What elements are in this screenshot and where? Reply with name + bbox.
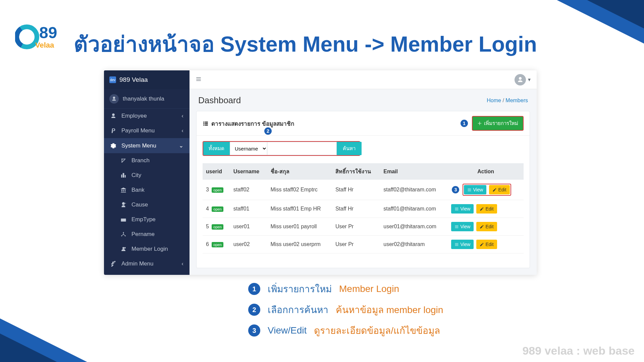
paypal-icon <box>110 128 117 134</box>
legend-row-1: 1 เพิ่มรายการใหม่ Member Login <box>248 282 443 296</box>
breadcrumb-home[interactable]: Home <box>487 98 501 103</box>
topbar-user-menu[interactable]: ▾ <box>515 74 531 85</box>
cell-username: staff02 <box>230 180 267 200</box>
cell-action: ViewEdit <box>448 236 524 253</box>
table-row: 3 openstaff02Miss staff02 EmptrcStaff Hr… <box>203 180 524 200</box>
sidebar-user-name: thanyalak thunla <box>123 96 164 102</box>
cell-username: staff01 <box>230 200 267 218</box>
legend-row-2: 2 เลือกการค้นหา ค้นหาข้อมูล member login <box>248 302 443 317</box>
members-table: userid Username ชื่อ-สกุล สิทธิ์การใช้งา… <box>203 163 524 253</box>
sidebar-item-cause[interactable]: Cause <box>104 197 190 212</box>
edit-button[interactable]: Edit <box>476 204 497 214</box>
pencil-icon <box>480 225 484 229</box>
city-icon <box>120 172 127 178</box>
page-title: Dashboard <box>198 95 241 106</box>
legend: 1 เพิ่มรายการใหม่ Member Login 2 เลือกกา… <box>248 282 443 338</box>
callout-badge-2: 2 <box>264 127 272 135</box>
main-area: ▾ Dashboard Home / Members ตารางแสดงรายก… <box>190 70 537 275</box>
edit-button[interactable]: Edit <box>489 185 509 194</box>
sidebar-item-label: Payroll Menu <box>121 127 155 134</box>
slide-title: ตัวอย่างหน้าจอ System Menu -> Member Log… <box>74 27 537 61</box>
hamburger-icon[interactable] <box>196 76 202 83</box>
search-all-button[interactable]: ทั้งหมด <box>203 142 230 155</box>
cell-fullname: Miss user01 payroll <box>267 218 332 236</box>
pername-icon <box>120 231 127 237</box>
status-badge: open <box>212 242 223 247</box>
sidebar-item-label: EmpType <box>131 216 156 223</box>
sidebar-brand[interactable]: dev 989 Velaa <box>104 70 190 89</box>
search-field-select[interactable]: Username <box>230 142 267 155</box>
callout-badge-3: 3 <box>451 185 460 194</box>
table-row: 6 openuser02Miss user02 userprmUser Prus… <box>203 236 524 253</box>
sidebar-item-payroll[interactable]: Payroll Menu ‹ <box>104 123 190 138</box>
edit-button[interactable]: Edit <box>476 222 497 231</box>
svg-point-7 <box>123 232 124 233</box>
user-avatar-icon <box>109 94 119 104</box>
member-login-icon <box>120 246 127 252</box>
sidebar-item-admin-menu[interactable]: Admin Menu ‹ <box>104 256 190 271</box>
cell-role: User Pr <box>332 218 380 236</box>
status-badge: open <box>212 224 223 230</box>
sidebar-item-emptype[interactable]: EmpType <box>104 212 190 227</box>
cell-userid: 6 open <box>203 236 230 253</box>
sidebar-item-member-login[interactable]: Member Login <box>104 242 190 256</box>
sidebar-item-branch[interactable]: Branch <box>104 153 190 168</box>
sidebar-item-label: Admin Menu <box>121 260 153 267</box>
status-badge: open <box>212 206 223 212</box>
col-fullname: ชื่อ-สกุล <box>267 163 332 180</box>
col-email: Email <box>380 163 448 180</box>
breadcrumb-current[interactable]: Members <box>505 98 528 103</box>
search-input[interactable] <box>267 142 337 155</box>
legend-text-3a: View/Edit <box>268 325 307 336</box>
cell-fullname: Miss staff02 Emptrc <box>267 180 332 200</box>
sidebar-item-bank[interactable]: Bank <box>104 183 190 197</box>
sidebar-item-label: Cause <box>131 201 148 208</box>
cell-email: user01@thitaram.com <box>380 218 448 236</box>
watermark: 989 velaa : web base <box>522 344 635 357</box>
decor-corner-tr-inner <box>587 0 644 28</box>
list-icon <box>454 242 459 247</box>
sidebar-item-city[interactable]: City <box>104 168 190 183</box>
cell-role: Staff Hr <box>332 200 380 218</box>
chevron-down-icon: ⌄ <box>179 142 183 149</box>
sidebar-item-system-menu[interactable]: System Menu ⌄ <box>104 138 190 153</box>
cell-role: User Pr <box>332 236 380 253</box>
cell-action: 3ViewEdit <box>448 180 524 200</box>
sidebar-item-pername[interactable]: Pername <box>104 227 190 242</box>
bank-icon <box>120 187 127 193</box>
sidebar-item-employee[interactable]: Employee ‹ <box>104 109 190 123</box>
sidebar-item-label: Employee <box>121 113 147 119</box>
col-username: Username <box>230 163 267 180</box>
col-role: สิทธิ์การใช้งาน <box>332 163 380 180</box>
cell-action: ViewEdit <box>448 218 524 236</box>
card-title-text: ตารางแสดงรายการ ข้อมูลสมาชิก <box>211 119 294 128</box>
decor-corner-bl-inner <box>0 334 57 362</box>
members-card: ตารางแสดงรายการ ข้อมูลสมาชิก 2 1 เพิ่มรา… <box>196 111 530 268</box>
view-button[interactable]: View <box>451 222 474 231</box>
edit-button[interactable]: Edit <box>476 240 497 249</box>
sidebar-user[interactable]: thanyalak thunla <box>104 89 190 109</box>
sidebar-item-label: System Menu <box>121 142 156 149</box>
sidebar-item-label: City <box>131 172 141 179</box>
card-header: ตารางแสดงรายการ ข้อมูลสมาชิก 2 1 เพิ่มรา… <box>197 111 530 136</box>
search-go-button[interactable]: ค้นหา <box>337 142 362 155</box>
cell-email: staff02@thitaram.com <box>380 180 448 200</box>
brand-badge-icon: dev <box>109 76 116 83</box>
view-button[interactable]: View <box>451 204 474 214</box>
add-new-button-label: เพิ่มรายการใหม่ <box>484 119 518 127</box>
view-button[interactable]: View <box>464 185 486 194</box>
logo-sub: Velaa <box>35 41 54 49</box>
view-button[interactable]: View <box>451 240 474 249</box>
add-new-button[interactable]: เพิ่มรายการใหม่ <box>472 116 524 131</box>
cell-fullname: Miss staff01 Emp HR <box>267 200 332 218</box>
legend-text-2a: เลือกการค้นหา <box>268 302 328 317</box>
brand-logo: 89 Velaa <box>13 17 67 57</box>
callout-badge-1: 1 <box>460 119 469 128</box>
chevron-left-icon: ‹ <box>181 260 183 267</box>
legend-text-1b: Member Login <box>339 284 399 294</box>
cell-action: ViewEdit <box>448 200 524 218</box>
list-icon <box>203 120 209 126</box>
col-action: Action <box>448 163 524 180</box>
svg-text:89: 89 <box>39 24 57 42</box>
page-header: Dashboard Home / Members <box>190 89 537 109</box>
